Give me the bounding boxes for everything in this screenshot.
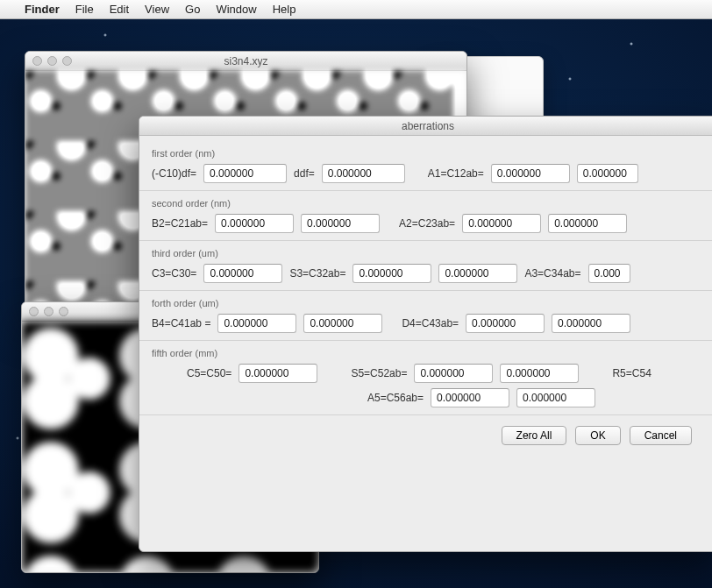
input-b2-a[interactable] [215, 214, 294, 233]
close-icon[interactable] [29, 307, 39, 316]
cancel-button[interactable]: Cancel [630, 426, 692, 445]
input-c3[interactable] [203, 264, 282, 283]
label-c10df: (-C10)df= [152, 167, 196, 180]
input-a2-a[interactable] [462, 214, 541, 233]
separator [139, 340, 712, 341]
label-s3: S3=C32ab= [289, 267, 345, 280]
input-a1-b[interactable] [577, 164, 638, 183]
separator [139, 240, 712, 241]
group-label-fifth: fifth order (mm) [152, 348, 704, 358]
input-a1-a[interactable] [491, 164, 570, 183]
separator [139, 290, 712, 291]
titlebar-aberrations[interactable]: aberrations [139, 117, 712, 136]
ok-button[interactable]: OK [575, 426, 620, 445]
group-label-forth: forth order (um) [152, 298, 704, 308]
menubar: Finder File Edit View Go Window Help [0, 0, 712, 19]
label-a2: A2=C23ab= [399, 217, 455, 230]
input-c5[interactable] [239, 364, 317, 383]
label-r5: R5=C54 [612, 367, 651, 379]
input-s3-b[interactable] [438, 264, 517, 283]
group-label-first: first order (nm) [152, 148, 704, 159]
input-s5-a[interactable] [414, 364, 493, 383]
menu-app-name[interactable]: Finder [25, 3, 60, 16]
menu-file[interactable]: File [75, 3, 94, 16]
input-c10df[interactable] [203, 164, 287, 183]
group-label-third: third order (um) [152, 248, 704, 259]
dialog-title: aberrations [139, 120, 712, 132]
menu-edit[interactable]: Edit [110, 3, 129, 16]
separator [139, 414, 712, 415]
label-c5: C5=C50= [187, 367, 231, 379]
input-b4-a[interactable] [217, 314, 296, 333]
label-b2: B2=C21ab= [152, 217, 208, 230]
label-a1: A1=C12ab= [428, 167, 484, 180]
menu-view[interactable]: View [145, 3, 169, 16]
input-b2-b[interactable] [301, 214, 380, 233]
input-a5-b[interactable] [516, 388, 595, 407]
titlebar-si3n4[interactable]: si3n4.xyz [25, 52, 466, 71]
menu-help[interactable]: Help [273, 3, 296, 16]
zero-all-button[interactable]: Zero All [502, 426, 567, 445]
input-d4-b[interactable] [552, 314, 630, 333]
input-b4-b[interactable] [303, 314, 382, 333]
minimize-icon[interactable] [44, 307, 53, 316]
label-d4: D4=C43ab= [402, 317, 459, 329]
input-ddf[interactable] [322, 164, 405, 183]
label-a3: A3=C34ab= [524, 267, 580, 280]
input-s5-b[interactable] [500, 364, 579, 383]
group-label-second: second order (nm) [152, 198, 704, 209]
input-a2-b[interactable] [548, 214, 627, 233]
label-ddf: ddf= [294, 167, 315, 180]
zoom-icon[interactable] [59, 307, 68, 316]
window-title-si3n4: si3n4.xyz [25, 55, 466, 67]
separator [139, 190, 712, 191]
input-a5-a[interactable] [431, 388, 509, 407]
label-c3: C3=C30= [152, 267, 196, 280]
label-b4: B4=C41ab = [152, 317, 210, 329]
label-a5: A5=C56ab= [367, 392, 424, 404]
menu-window[interactable]: Window [216, 3, 256, 16]
dialog-aberrations[interactable]: aberrations first order (nm) (-C10)df= d… [139, 116, 712, 552]
input-d4-a[interactable] [466, 314, 545, 333]
menu-go[interactable]: Go [185, 3, 200, 16]
input-s3-a[interactable] [352, 264, 431, 283]
label-s5: S5=C52ab= [351, 367, 407, 379]
input-a3-a[interactable] [588, 264, 630, 283]
